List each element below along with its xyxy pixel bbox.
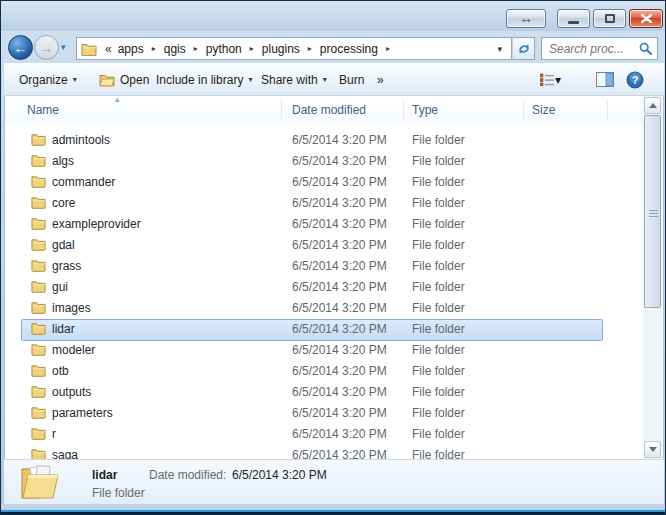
open-folder-icon [99,73,115,87]
table-row[interactable]: images 6/5/2014 3:20 PM File folder [5,298,645,319]
table-row[interactable]: modeler 6/5/2014 3:20 PM File folder [5,340,645,361]
history-dropdown[interactable]: ▾ [61,42,66,52]
file-type: File folder [412,217,465,231]
include-in-library-button[interactable]: Include in library ▾ [149,69,259,90]
folder-name: admintools [52,133,110,147]
table-row[interactable]: outputs 6/5/2014 3:20 PM File folder [5,382,645,403]
folder-icon [31,258,46,272]
organize-button[interactable]: Organize ▾ [12,69,84,90]
folder-icon [31,342,46,356]
table-row[interactable]: algs 6/5/2014 3:20 PM File folder [5,151,645,172]
folder-name: parameters [52,406,113,420]
back-icon: ← [14,40,28,56]
breadcrumb-plugins[interactable]: plugins [260,42,302,56]
share-with-label: Share with [261,73,318,87]
scrollbar-thumb[interactable] [644,115,661,308]
breadcrumb-qgis[interactable]: qgis [162,42,188,56]
address-dropdown-icon[interactable]: ▾ [492,44,507,54]
share-with-button[interactable]: Share with ▾ [254,69,334,90]
folder-name: grass [52,259,81,273]
folder-icon [81,42,97,56]
table-row[interactable]: gui 6/5/2014 3:20 PM File folder [5,277,645,298]
file-type: File folder [412,175,465,189]
breadcrumb-separator-icon[interactable]: ▸ [188,44,204,53]
breadcrumb-separator-icon[interactable]: ▸ [244,44,260,53]
breadcrumb-separator-icon[interactable]: ▸ [146,44,162,53]
maximize-icon [605,14,615,23]
column-divider[interactable] [607,99,608,119]
views-button[interactable]: ▾ [540,69,561,90]
folder-icon [31,405,46,419]
breadcrumb-separator-icon[interactable]: ▸ [302,44,318,53]
breadcrumb-apps[interactable]: apps [116,42,146,56]
scroll-up-button[interactable] [644,97,661,114]
file-type: File folder [412,301,465,315]
column-divider[interactable] [281,99,282,119]
folder-icon [31,132,46,146]
date-modified: 6/5/2014 3:20 PM [292,175,387,189]
minimize-button[interactable] [557,9,590,28]
triangle-up-icon [649,103,657,108]
help-button[interactable]: ? [626,69,644,90]
table-row[interactable]: saga 6/5/2014 3:20 PM File folder [5,445,645,459]
file-type: File folder [412,154,465,168]
burn-button[interactable]: Burn [332,69,371,90]
resize-horizontal-button[interactable]: ↔ [506,9,546,28]
details-file-type: File folder [92,486,145,500]
preview-pane-icon [596,72,614,87]
close-button[interactable] [629,9,663,28]
date-modified: 6/5/2014 3:20 PM [292,406,387,420]
titlebar[interactable]: ↔ [1,1,665,31]
chevron-down-icon: ▾ [248,75,252,84]
breadcrumb-python[interactable]: python [204,42,244,56]
address-bar[interactable]: « apps ▸ qgis ▸ python ▸ plugins ▸ proce… [76,37,512,60]
back-button[interactable]: ← [8,35,33,60]
details-pane: lidar Date modified: 6/5/2014 3:20 PM Fi… [4,459,664,504]
vertical-scrollbar[interactable] [643,96,662,459]
file-type: File folder [412,364,465,378]
open-label: Open [120,73,149,87]
folder-name: gdal [52,238,75,252]
search-input[interactable] [542,42,639,56]
table-row[interactable]: grass 6/5/2014 3:20 PM File folder [5,256,645,277]
column-divider[interactable] [523,99,524,119]
window-bottom-frame [1,504,665,515]
breadcrumb-processing[interactable]: processing [318,42,380,56]
table-row[interactable]: parameters 6/5/2014 3:20 PM File folder [5,403,645,424]
folder-icon [31,216,46,230]
column-headers: ▴ Name Date modified Type Size [5,96,663,123]
preview-pane-button[interactable] [596,69,614,90]
table-row[interactable]: admintools 6/5/2014 3:20 PM File folder [5,130,645,151]
column-header-date-modified[interactable]: Date modified [292,103,366,117]
date-modified: 6/5/2014 3:20 PM [292,322,387,336]
table-row[interactable]: r 6/5/2014 3:20 PM File folder [5,424,645,445]
date-modified: 6/5/2014 3:20 PM [292,217,387,231]
folder-name: r [52,427,56,441]
forward-button[interactable]: → [34,35,59,60]
breadcrumb-overflow[interactable]: « [99,42,116,56]
folder-icon [31,237,46,251]
column-header-type[interactable]: Type [412,103,438,117]
table-row[interactable]: gdal 6/5/2014 3:20 PM File folder [5,235,645,256]
maximize-button[interactable] [593,9,626,28]
open-button[interactable]: Open [92,69,156,90]
toolbar-more-button[interactable]: » [370,69,391,90]
folder-name: lidar [52,322,75,336]
chevron-down-icon: ▾ [323,75,327,84]
scroll-down-button[interactable] [644,441,661,458]
search-icon[interactable] [639,42,652,55]
column-header-size[interactable]: Size [532,103,555,117]
column-divider[interactable] [403,99,404,119]
table-row[interactable]: otb 6/5/2014 3:20 PM File folder [5,361,645,382]
table-row[interactable]: lidar 6/5/2014 3:20 PM File folder [5,319,645,340]
search-box[interactable] [541,37,658,60]
date-modified: 6/5/2014 3:20 PM [292,196,387,210]
breadcrumb-separator-icon[interactable]: ▸ [380,44,396,53]
folder-icon [31,279,46,293]
refresh-button[interactable] [512,37,535,60]
table-row[interactable]: commander 6/5/2014 3:20 PM File folder [5,172,645,193]
organize-label: Organize [19,73,68,87]
table-row[interactable]: exampleprovider 6/5/2014 3:20 PM File fo… [5,214,645,235]
column-header-name[interactable]: Name [27,103,59,117]
table-row[interactable]: core 6/5/2014 3:20 PM File folder [5,193,645,214]
